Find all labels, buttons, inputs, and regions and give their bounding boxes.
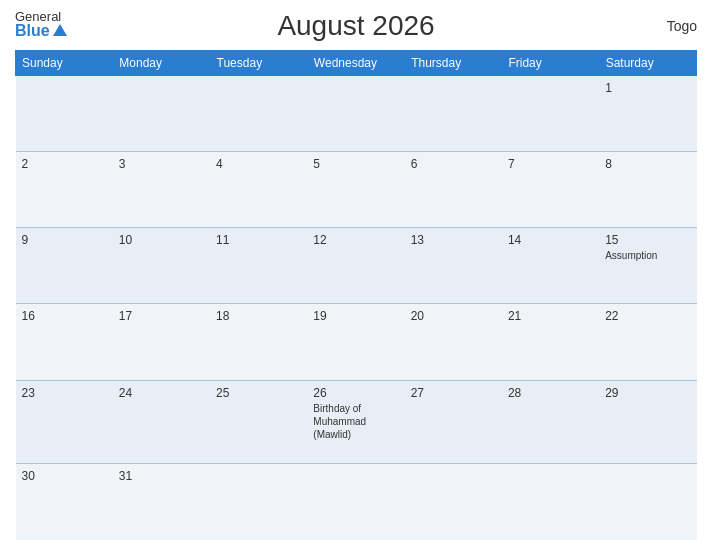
calendar-cell: 30 bbox=[16, 464, 113, 540]
calendar-cell: 13 bbox=[405, 228, 502, 304]
calendar-cell: 9 bbox=[16, 228, 113, 304]
calendar-title: August 2026 bbox=[277, 10, 434, 42]
day-number: 20 bbox=[411, 309, 496, 323]
calendar-cell: 8 bbox=[599, 152, 696, 228]
header-wednesday: Wednesday bbox=[307, 51, 404, 76]
calendar-cell: 26Birthday of Muhammad (Mawlid) bbox=[307, 380, 404, 464]
calendar-cell: 15Assumption bbox=[599, 228, 696, 304]
calendar-cell: 27 bbox=[405, 380, 502, 464]
day-number: 26 bbox=[313, 386, 398, 400]
day-number: 8 bbox=[605, 157, 690, 171]
calendar-cell: 21 bbox=[502, 304, 599, 380]
day-number: 15 bbox=[605, 233, 690, 247]
day-number: 23 bbox=[22, 386, 107, 400]
calendar-cell bbox=[405, 464, 502, 540]
holiday-label: Birthday of Muhammad (Mawlid) bbox=[313, 402, 398, 441]
calendar-cell: 20 bbox=[405, 304, 502, 380]
day-number: 1 bbox=[605, 81, 690, 95]
calendar-table: Sunday Monday Tuesday Wednesday Thursday… bbox=[15, 50, 697, 540]
calendar-cell bbox=[502, 76, 599, 152]
day-number: 9 bbox=[22, 233, 107, 247]
calendar-cell: 14 bbox=[502, 228, 599, 304]
calendar-row: 1 bbox=[16, 76, 697, 152]
calendar-header: General Blue August 2026 Togo bbox=[15, 10, 697, 42]
day-number: 10 bbox=[119, 233, 204, 247]
day-number: 18 bbox=[216, 309, 301, 323]
calendar-row: 2345678 bbox=[16, 152, 697, 228]
header-sunday: Sunday bbox=[16, 51, 113, 76]
day-number: 21 bbox=[508, 309, 593, 323]
logo-blue-text: Blue bbox=[15, 23, 67, 39]
day-number: 17 bbox=[119, 309, 204, 323]
calendar-cell bbox=[16, 76, 113, 152]
calendar-cell: 25 bbox=[210, 380, 307, 464]
calendar-cell: 17 bbox=[113, 304, 210, 380]
logo-triangle-icon bbox=[53, 24, 67, 36]
day-number: 7 bbox=[508, 157, 593, 171]
calendar-cell: 16 bbox=[16, 304, 113, 380]
days-header-row: Sunday Monday Tuesday Wednesday Thursday… bbox=[16, 51, 697, 76]
calendar-cell: 2 bbox=[16, 152, 113, 228]
calendar-cell bbox=[502, 464, 599, 540]
calendar-row: 9101112131415Assumption bbox=[16, 228, 697, 304]
day-number: 13 bbox=[411, 233, 496, 247]
calendar-row: 3031 bbox=[16, 464, 697, 540]
calendar-cell: 29 bbox=[599, 380, 696, 464]
calendar-cell: 1 bbox=[599, 76, 696, 152]
day-number: 6 bbox=[411, 157, 496, 171]
calendar-cell bbox=[599, 464, 696, 540]
day-number: 27 bbox=[411, 386, 496, 400]
calendar-cell bbox=[307, 76, 404, 152]
day-number: 2 bbox=[22, 157, 107, 171]
calendar-cell bbox=[113, 76, 210, 152]
header-monday: Monday bbox=[113, 51, 210, 76]
day-number: 12 bbox=[313, 233, 398, 247]
header-saturday: Saturday bbox=[599, 51, 696, 76]
day-number: 28 bbox=[508, 386, 593, 400]
calendar-cell: 28 bbox=[502, 380, 599, 464]
calendar-cell: 3 bbox=[113, 152, 210, 228]
calendar-cell: 31 bbox=[113, 464, 210, 540]
day-number: 4 bbox=[216, 157, 301, 171]
day-number: 5 bbox=[313, 157, 398, 171]
calendar-cell bbox=[405, 76, 502, 152]
calendar-cell: 22 bbox=[599, 304, 696, 380]
calendar-cell: 10 bbox=[113, 228, 210, 304]
calendar-cell: 23 bbox=[16, 380, 113, 464]
day-number: 3 bbox=[119, 157, 204, 171]
calendar-cell: 24 bbox=[113, 380, 210, 464]
calendar-row: 16171819202122 bbox=[16, 304, 697, 380]
calendar-cell bbox=[210, 464, 307, 540]
day-number: 25 bbox=[216, 386, 301, 400]
calendar-cell: 5 bbox=[307, 152, 404, 228]
day-number: 19 bbox=[313, 309, 398, 323]
country-label: Togo bbox=[667, 18, 697, 34]
calendar-cell bbox=[307, 464, 404, 540]
holiday-label: Assumption bbox=[605, 249, 690, 262]
calendar-cell: 12 bbox=[307, 228, 404, 304]
day-number: 30 bbox=[22, 469, 107, 483]
header-thursday: Thursday bbox=[405, 51, 502, 76]
day-number: 14 bbox=[508, 233, 593, 247]
day-number: 11 bbox=[216, 233, 301, 247]
calendar-cell: 4 bbox=[210, 152, 307, 228]
calendar-cell: 7 bbox=[502, 152, 599, 228]
calendar-container: General Blue August 2026 Togo Sunday Mon… bbox=[0, 0, 712, 550]
day-number: 22 bbox=[605, 309, 690, 323]
day-number: 29 bbox=[605, 386, 690, 400]
calendar-cell: 19 bbox=[307, 304, 404, 380]
day-number: 24 bbox=[119, 386, 204, 400]
calendar-cell: 11 bbox=[210, 228, 307, 304]
logo: General Blue bbox=[15, 10, 67, 39]
calendar-cell bbox=[210, 76, 307, 152]
calendar-row: 23242526Birthday of Muhammad (Mawlid)272… bbox=[16, 380, 697, 464]
day-number: 16 bbox=[22, 309, 107, 323]
header-friday: Friday bbox=[502, 51, 599, 76]
calendar-cell: 6 bbox=[405, 152, 502, 228]
calendar-cell: 18 bbox=[210, 304, 307, 380]
header-tuesday: Tuesday bbox=[210, 51, 307, 76]
day-number: 31 bbox=[119, 469, 204, 483]
